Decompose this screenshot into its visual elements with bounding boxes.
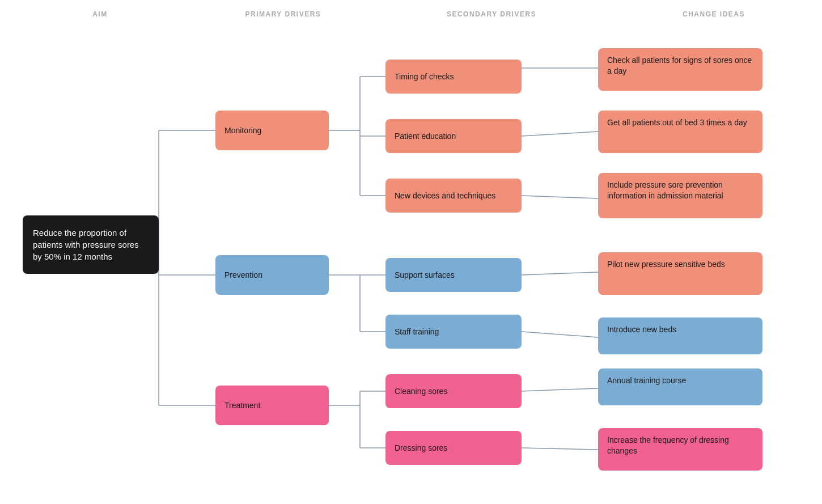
change-ci7[interactable]: Increase the frequency of dressing chang… — [598, 428, 762, 471]
secondary-timing[interactable]: Timing of checks — [385, 60, 522, 94]
primary-treatment[interactable]: Treatment — [215, 386, 329, 425]
svg-line-25 — [522, 448, 598, 450]
secondary-staff-train[interactable]: Staff training — [385, 315, 522, 349]
secondary-new-devices[interactable]: New devices and techniques — [385, 179, 522, 213]
aim-text: Reduce the proportion of patients with p… — [33, 228, 139, 261]
driver-diagram: AIM PRIMARY DRIVERS SECONDARY DRIVERS CH… — [0, 0, 822, 504]
change-ci1[interactable]: Check all patients for signs of sores on… — [598, 48, 762, 91]
aim-box: Reduce the proportion of patients with p… — [23, 215, 159, 274]
header-primary: PRIMARY DRIVERS — [211, 10, 355, 18]
secondary-patient-ed[interactable]: Patient education — [385, 119, 522, 153]
svg-line-23 — [522, 332, 598, 337]
header-secondary: SECONDARY DRIVERS — [406, 10, 577, 18]
change-ci3[interactable]: Include pressure sore prevention informa… — [598, 173, 762, 218]
svg-line-24 — [522, 388, 598, 391]
secondary-support[interactable]: Support surfaces — [385, 258, 522, 292]
header-aim: AIM — [23, 10, 177, 18]
header-change: CHANGE IDEAS — [628, 10, 799, 18]
change-ci4[interactable]: Pilot new pressure sensitive beds — [598, 252, 762, 295]
svg-line-22 — [522, 272, 598, 275]
change-ci6[interactable]: Annual training course — [598, 369, 762, 405]
svg-line-20 — [522, 132, 598, 136]
column-headers: AIM PRIMARY DRIVERS SECONDARY DRIVERS CH… — [0, 10, 822, 18]
change-ci2[interactable]: Get all patients out of bed 3 times a da… — [598, 111, 762, 153]
primary-monitoring[interactable]: Monitoring — [215, 111, 329, 150]
change-ci5[interactable]: Introduce new beds — [598, 317, 762, 354]
secondary-cleaning[interactable]: Cleaning sores — [385, 374, 522, 408]
secondary-dressing[interactable]: Dressing sores — [385, 431, 522, 465]
svg-line-21 — [522, 196, 598, 198]
primary-prevention[interactable]: Prevention — [215, 255, 329, 295]
